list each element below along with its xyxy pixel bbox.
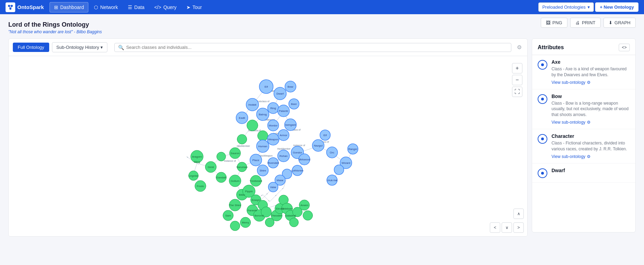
nav-tour[interactable]: ➤ Tour	[182, 2, 206, 12]
character-description: Class - Fictional characters, divided in…	[552, 140, 630, 152]
svg-point-108	[290, 218, 299, 227]
svg-text:Palantir: Palantir	[279, 109, 288, 113]
attributes-header: Attributes <>	[532, 39, 635, 55]
image-icon: 🖼	[546, 20, 550, 25]
svg-text:Saruman: Saruman	[236, 166, 247, 169]
svg-text:Rohan: Rohan	[280, 154, 288, 158]
nav-left-btn[interactable]: <	[490, 222, 500, 233]
graph-controls: + − ⛶	[512, 63, 522, 97]
nav-right-btn[interactable]: >	[513, 222, 524, 233]
ontology-subtitle: "Not all those who wander are lost" - Bi…	[8, 29, 102, 34]
svg-text:Nazgul: Nazgul	[314, 144, 323, 147]
svg-text:Isengard: Isengard	[285, 123, 296, 126]
full-ontology-btn[interactable]: Full Ontology	[13, 43, 49, 52]
svg-text:Weapon: Weapon	[268, 138, 279, 141]
svg-text:Dwarf: Dwarf	[276, 92, 284, 95]
svg-text:Mordor: Mordor	[269, 124, 278, 127]
scroll-up-btn[interactable]: ∧	[513, 209, 524, 219]
svg-text:The Shire: The Shire	[229, 204, 241, 207]
character-name: Character	[552, 133, 630, 139]
axe-icon-circle	[538, 60, 547, 70]
svg-point-166	[334, 165, 344, 175]
svg-point-110	[303, 211, 313, 220]
svg-text:Subclass of: Subclass of	[257, 100, 270, 103]
svg-point-115	[217, 152, 226, 161]
svg-text:Mirkwood: Mirkwood	[298, 158, 310, 161]
svg-text:Instance of: Instance of	[224, 160, 236, 162]
character-content: Character Class - Fictional characters, …	[552, 133, 630, 159]
svg-text:Ring: Ring	[270, 107, 276, 110]
main-content: Lord of the Rings Ontology "Not all thos…	[0, 14, 644, 237]
svg-text:Shire: Shire	[259, 169, 266, 172]
ontology-header: Lord of the Rings Ontology "Not all thos…	[8, 21, 102, 34]
nav-query[interactable]: </> Query	[150, 2, 180, 12]
nav-network[interactable]: ⬡ Network	[90, 2, 122, 12]
axe-icon-dot	[541, 63, 544, 66]
print-btn[interactable]: 🖨 PRINT	[570, 18, 601, 28]
nav-data[interactable]: ☰ Data	[124, 2, 149, 12]
svg-text:Rivendell: Rivendell	[267, 161, 279, 165]
nav-dashboard[interactable]: ⊞ Dashboard	[50, 2, 89, 12]
logo: OntoSpark	[6, 2, 44, 12]
attributes-title: Attributes	[538, 44, 564, 51]
bow-description: Class - Bow is a long-range weapon usual…	[552, 100, 630, 118]
graph-btn[interactable]: ⬇ GRAPH	[603, 18, 636, 28]
bow-name: Bow	[552, 94, 630, 99]
new-ontology-btn[interactable]: + New Ontology	[595, 2, 638, 12]
svg-text:Bear: Bear	[288, 85, 293, 88]
attribute-item-character: Character Class - Fictional characters, …	[532, 129, 635, 164]
svg-text:Eowyn: Eowyn	[252, 198, 260, 202]
svg-text:HasMember: HasMember	[277, 148, 291, 150]
svg-text:Theoden: Theoden	[271, 214, 282, 217]
settings-icon[interactable]: ⚙	[515, 43, 523, 52]
svg-text:Maiar: Maiar	[276, 179, 283, 182]
svg-text:Place: Place	[252, 159, 259, 162]
preloaded-ontologies-btn[interactable]: Preloaded Ontologies ▾	[538, 2, 594, 12]
attribute-item-bow: Bow Class - Bow is a long-range weapon u…	[532, 89, 635, 129]
zoom-in-btn[interactable]: +	[512, 63, 522, 73]
sub-ontology-btn[interactable]: Sub-Ontology History ▾	[52, 42, 108, 52]
nav-down-btn[interactable]: ∨	[502, 222, 512, 233]
svg-point-113	[237, 134, 247, 144]
code-btn[interactable]: <>	[619, 44, 630, 51]
svg-point-111	[247, 120, 258, 131]
search-icon: 🔍	[118, 45, 124, 50]
chevron-down-icon: ▾	[100, 45, 103, 50]
bow-icon-circle	[538, 94, 547, 104]
svg-text:Faramir: Faramir	[248, 209, 257, 212]
character-link[interactable]: View sub-ontology ⚙	[552, 154, 630, 159]
svg-text:Gandalf: Gandalf	[216, 176, 226, 179]
bow-link[interactable]: View sub-ontology ⚙	[552, 120, 630, 125]
svg-text:Gondor: Gondor	[293, 151, 302, 154]
svg-text:HasWeapon: HasWeapon	[259, 154, 273, 157]
dwarf-icon-circle	[538, 168, 547, 178]
ontology-title: Lord of the Rings Ontology	[8, 21, 102, 28]
svg-text:Balrog: Balrog	[259, 113, 267, 116]
search-input[interactable]	[126, 45, 508, 50]
svg-text:Galadriel: Galadriel	[285, 214, 296, 217]
fit-screen-btn[interactable]: ⛶	[512, 87, 522, 97]
svg-text:Ranger: Ranger	[348, 148, 358, 151]
svg-text:Gollum: Gollum	[231, 179, 240, 183]
svg-text:Eadil: Eadil	[239, 116, 245, 120]
svg-text:Instance of: Instance of	[293, 144, 305, 147]
axe-name: Axe	[552, 59, 630, 65]
svg-text:Aragorn: Aragorn	[192, 155, 202, 158]
data-icon: ☰	[128, 5, 132, 10]
tour-icon: ➤	[186, 5, 191, 10]
dwarf-content: Dwarf	[552, 168, 630, 175]
svg-text:Lothlorien: Lothlorien	[291, 169, 303, 172]
dwarf-name: Dwarf	[552, 168, 630, 173]
attribute-item-axe: Axe Class - Axe is a kind of weapon favo…	[532, 55, 635, 89]
svg-text:Valar: Valar	[270, 186, 276, 189]
workspace: Full Ontology Sub-Ontology History ▾ 🔍 ⚙	[8, 38, 636, 237]
character-icon-dot	[541, 138, 544, 140]
axe-link[interactable]: View sub-ontology ⚙	[552, 80, 630, 85]
navbar: OntoSpark ⊞ Dashboard ⬡ Network ☰ Data <…	[0, 0, 644, 14]
zoom-out-btn[interactable]: −	[512, 75, 522, 85]
svg-text:Elf: Elf	[324, 134, 327, 137]
graph-toolbar: Full Ontology Sub-Ontology History ▾ 🔍 ⚙	[9, 39, 527, 56]
svg-text:Boromir: Boromir	[254, 214, 264, 217]
graph-area: Subclass of Instance of HasWeapon Subcla…	[9, 56, 527, 236]
png-btn[interactable]: 🖼 PNG	[541, 18, 567, 28]
